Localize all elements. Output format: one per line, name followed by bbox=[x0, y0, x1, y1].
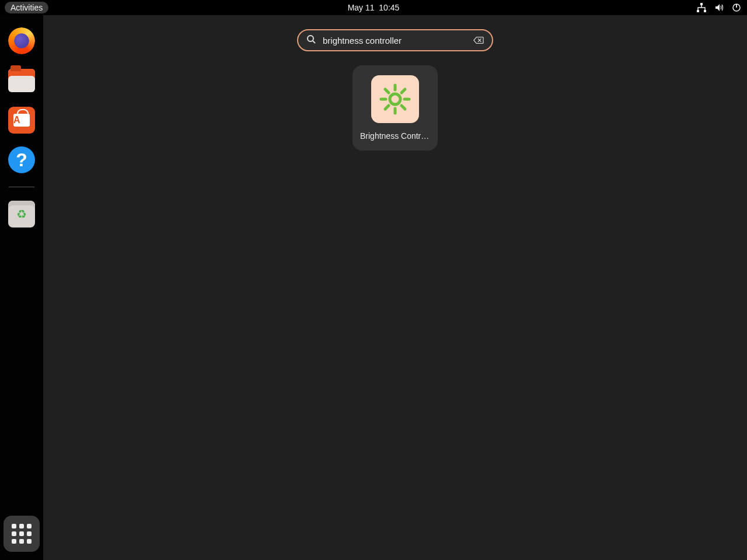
activities-label: Activities bbox=[11, 3, 43, 12]
svg-point-9 bbox=[390, 94, 400, 104]
volume-icon[interactable] bbox=[714, 3, 724, 12]
network-wired-icon[interactable] bbox=[697, 3, 706, 12]
power-icon[interactable] bbox=[732, 3, 741, 12]
search-bar[interactable] bbox=[297, 29, 493, 51]
svg-line-6 bbox=[313, 41, 315, 43]
clear-search-button[interactable] bbox=[473, 36, 484, 44]
svg-rect-2 bbox=[704, 10, 706, 12]
firefox-icon bbox=[8, 27, 35, 54]
search-icon bbox=[306, 34, 316, 46]
clock[interactable]: May 11 10:45 bbox=[348, 3, 400, 12]
dock-item-files[interactable] bbox=[8, 66, 36, 94]
software-icon: A bbox=[8, 107, 35, 134]
dock-item-firefox[interactable] bbox=[8, 27, 36, 55]
dock-item-help[interactable]: ? bbox=[8, 146, 36, 174]
top-bar: Activities May 11 10:45 bbox=[0, 0, 747, 15]
search-input[interactable] bbox=[323, 36, 466, 46]
dock: A ? ♻ bbox=[0, 15, 43, 560]
svg-line-16 bbox=[402, 89, 405, 93]
show-applications-button[interactable] bbox=[4, 516, 40, 552]
svg-point-5 bbox=[308, 36, 313, 41]
svg-rect-1 bbox=[697, 10, 699, 12]
search-result-label: Brightness Controller bbox=[360, 131, 430, 141]
dock-item-trash[interactable]: ♻ bbox=[8, 200, 36, 228]
brightness-icon bbox=[371, 75, 419, 123]
svg-line-15 bbox=[402, 106, 405, 109]
files-icon bbox=[8, 69, 35, 92]
search-result-brightness-controller[interactable]: Brightness Controller bbox=[352, 65, 438, 150]
dock-item-software[interactable]: A bbox=[8, 106, 36, 134]
overview: Brightness Controller bbox=[43, 15, 747, 560]
trash-icon: ♻ bbox=[8, 201, 35, 228]
activities-button[interactable]: Activities bbox=[5, 2, 48, 13]
grid-icon bbox=[12, 524, 32, 544]
system-tray[interactable] bbox=[697, 3, 741, 12]
backspace-icon bbox=[473, 36, 484, 44]
svg-rect-0 bbox=[700, 3, 703, 5]
svg-line-14 bbox=[385, 89, 389, 93]
dock-separator bbox=[9, 187, 34, 187]
svg-line-17 bbox=[385, 106, 389, 109]
help-icon: ? bbox=[8, 146, 35, 173]
